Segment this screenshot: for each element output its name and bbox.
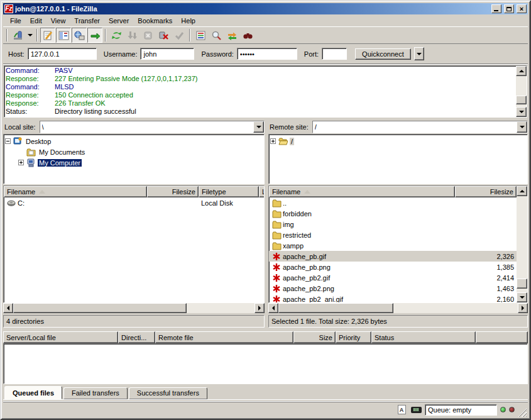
log-vertical-scrollbar[interactable] xyxy=(516,66,527,117)
scroll-right-button[interactable] xyxy=(255,303,265,313)
menu-server[interactable]: Server xyxy=(104,16,133,26)
tree-item-root[interactable]: / xyxy=(270,136,526,146)
cancel-operation-button[interactable] xyxy=(140,28,155,43)
column-header-direction[interactable]: Directi... xyxy=(118,331,155,343)
transfer-type-ascii-icon[interactable]: A xyxy=(396,405,407,415)
scroll-left-button[interactable] xyxy=(268,303,278,313)
file-row-selected[interactable]: apache_pb.gif 2,326 xyxy=(269,251,517,262)
tree-item-desktop[interactable]: Desktop xyxy=(5,136,263,146)
scrollbar-track[interactable] xyxy=(516,76,527,107)
file-row-c-drive[interactable]: C: Local Disk xyxy=(4,197,264,208)
documents-folder-icon xyxy=(26,147,36,157)
toggle-local-tree-button[interactable] xyxy=(56,28,71,43)
menu-edit[interactable]: Edit xyxy=(26,16,47,26)
column-header-filesize[interactable]: Filesize xyxy=(147,186,199,197)
file-row[interactable]: apache_pb.png 1,385 xyxy=(269,262,517,272)
minimize-button[interactable] xyxy=(491,4,501,13)
queue-list[interactable] xyxy=(3,343,528,384)
menu-bookmarks[interactable]: Bookmarks xyxy=(133,16,177,26)
toggle-transfer-queue-button[interactable] xyxy=(87,28,102,43)
column-header-priority[interactable]: Priority xyxy=(336,331,371,343)
toggle-remote-tree-button[interactable] xyxy=(72,28,87,43)
directory-listing-filters-button[interactable] xyxy=(193,28,208,43)
menu-view[interactable]: View xyxy=(47,16,70,26)
process-queue-button[interactable] xyxy=(124,28,140,43)
remote-vertical-scrollbar[interactable] xyxy=(517,186,527,302)
expand-icon[interactable] xyxy=(270,138,276,144)
tree-item-my-computer[interactable]: My Computer xyxy=(5,157,263,168)
message-log-icon xyxy=(43,30,53,41)
tree-item-my-documents[interactable]: My Documents xyxy=(5,146,263,157)
file-row[interactable]: apache_pb2_ani.gif 2,160 xyxy=(269,294,517,302)
menu-transfer[interactable]: Transfer xyxy=(70,16,104,26)
speed-limit-indicator-icon[interactable] xyxy=(410,405,422,415)
column-header-size[interactable]: Size xyxy=(293,331,336,343)
column-header-filetype[interactable]: Filetype xyxy=(199,186,259,197)
scroll-right-button[interactable] xyxy=(518,303,528,313)
file-row[interactable]: xampp xyxy=(269,240,517,251)
column-header-filename[interactable]: Filename xyxy=(269,186,455,197)
close-button[interactable]: × xyxy=(517,4,527,13)
reconnect-button[interactable] xyxy=(172,28,187,43)
column-header-last-modified[interactable]: L xyxy=(259,186,264,197)
column-header-server-local-file[interactable]: Server/Local file xyxy=(3,331,118,343)
file-row[interactable]: apache_pb2.png 1,463 xyxy=(269,283,517,294)
desktop-icon xyxy=(13,136,23,146)
local-site-combo[interactable] xyxy=(40,121,265,133)
scroll-up-button[interactable] xyxy=(516,66,527,76)
file-row[interactable]: img xyxy=(269,219,517,229)
maximize-button[interactable] xyxy=(504,4,514,13)
menu-help[interactable]: Help xyxy=(177,16,200,26)
directory-comparison-button[interactable] xyxy=(240,28,255,43)
file-row[interactable]: .. xyxy=(269,197,517,208)
local-horizontal-scrollbar[interactable] xyxy=(3,303,265,313)
port-input[interactable] xyxy=(322,48,347,60)
scroll-down-button[interactable] xyxy=(516,107,527,117)
disconnect-button[interactable] xyxy=(156,28,171,43)
remote-site-dropdown-button[interactable] xyxy=(517,121,527,133)
local-site-dropdown-button[interactable] xyxy=(253,121,264,133)
tab-failed-transfers[interactable]: Failed transfers xyxy=(63,387,128,399)
scrollbar-thumb[interactable] xyxy=(517,279,527,289)
local-list-header: Filename Filesize Filetype L xyxy=(4,186,264,197)
file-row[interactable]: apache_pb2.gif 2,414 xyxy=(269,272,517,283)
scroll-left-button[interactable] xyxy=(3,303,13,313)
remote-site-input[interactable] xyxy=(313,121,517,133)
password-input[interactable] xyxy=(237,48,297,60)
refresh-button[interactable] xyxy=(109,28,124,43)
scroll-up-button[interactable] xyxy=(517,186,527,196)
scrollbar-thumb[interactable] xyxy=(13,303,187,313)
quickconnect-button[interactable]: Quickconnect xyxy=(355,48,411,60)
column-header-filesize[interactable]: Filesize xyxy=(455,186,517,197)
username-input[interactable] xyxy=(140,48,194,60)
expand-icon[interactable] xyxy=(18,160,24,165)
scrollbar-thumb[interactable] xyxy=(278,303,393,313)
remote-site-combo[interactable] xyxy=(312,121,528,133)
synchronized-browsing-button[interactable] xyxy=(224,28,239,43)
remote-horizontal-scrollbar[interactable] xyxy=(268,303,528,313)
site-manager-button[interactable] xyxy=(10,28,25,43)
site-manager-dropdown-button[interactable] xyxy=(26,28,34,43)
resize-grip[interactable] xyxy=(518,408,527,417)
scrollbar-thumb[interactable] xyxy=(516,96,527,104)
host-input[interactable] xyxy=(28,48,97,60)
file-row[interactable]: forbidden xyxy=(269,208,517,219)
scrollbar-track[interactable] xyxy=(517,196,527,292)
collapse-icon[interactable] xyxy=(5,138,11,144)
local-site-input[interactable] xyxy=(40,121,253,133)
tab-successful-transfers[interactable]: Successful transfers xyxy=(129,387,207,399)
remote-list-header: Filename Filesize xyxy=(269,186,517,197)
column-header-remote-file[interactable]: Remote file xyxy=(155,331,293,343)
toggle-message-log-button[interactable] xyxy=(40,28,55,43)
file-search-button[interactable] xyxy=(209,28,224,43)
titlebar: Fz john@127.0.0.1 - FileZilla × xyxy=(3,3,528,14)
column-header-filename[interactable]: Filename xyxy=(4,186,147,197)
file-row[interactable]: restricted xyxy=(269,229,517,240)
column-header-status[interactable]: Status xyxy=(371,331,476,343)
scroll-down-button[interactable] xyxy=(517,292,527,302)
menu-file[interactable]: File xyxy=(6,16,26,26)
quickconnect-dropdown-button[interactable] xyxy=(414,47,424,60)
tab-queued-files[interactable]: Queued files xyxy=(4,386,62,399)
scrollbar-track[interactable] xyxy=(278,303,518,313)
scrollbar-track[interactable] xyxy=(13,303,255,313)
